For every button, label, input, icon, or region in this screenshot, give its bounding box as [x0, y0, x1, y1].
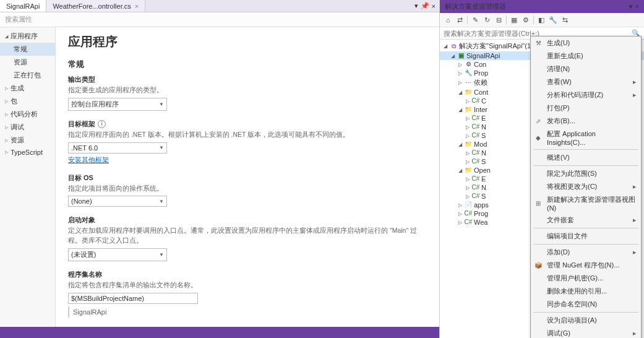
menu-editproj[interactable]: 编辑项目文件	[531, 230, 641, 243]
refresh-icon[interactable]: ↻	[481, 14, 492, 25]
tab-file[interactable]: WeatherFore...ontroller.cs×	[46, 0, 145, 12]
menu-startup[interactable]: 设为启动项目(A)	[531, 314, 641, 327]
page-title: 应用程序	[68, 33, 427, 50]
menu-pack[interactable]: 打包(P)	[531, 102, 641, 115]
tab-controls[interactable]: ▾📌×	[411, 0, 439, 12]
select-output-type[interactable]: 控制台应用程序▼	[68, 98, 167, 111]
label-startup-object: 启动对象	[68, 215, 95, 225]
sidebar-item-package[interactable]: 包	[0, 95, 55, 108]
close-icon[interactable]: ×	[135, 2, 139, 10]
readonly-assembly-name: SignalRApi	[68, 306, 427, 318]
menu-appinsights[interactable]: ◆配置 Application Insights(C)...	[531, 128, 641, 148]
sidebar-item-code-analysis[interactable]: 代码分析	[0, 108, 55, 121]
menu-nest[interactable]: 文件嵌套	[531, 214, 641, 227]
sidebar-item-build[interactable]: 生成	[0, 82, 55, 95]
label-assembly-name: 程序集名称	[68, 270, 102, 279]
menu-debug[interactable]: 调试(G)	[531, 327, 641, 338]
sync-icon[interactable]: ⇆	[559, 14, 570, 25]
menu-rebuild[interactable]: 重新生成(E)	[531, 50, 641, 63]
chevron-down-icon: ▼	[159, 252, 164, 258]
collapse-icon[interactable]: ⊟	[493, 14, 504, 25]
tab-well: SignalRApi WeatherFore...ontroller.cs× ▾…	[0, 0, 439, 12]
menu-nuget[interactable]: 📦管理 NuGet 程序包(N)...	[531, 259, 641, 272]
select-startup-object[interactable]: (未设置)▼	[68, 248, 167, 261]
menu-scope[interactable]: 限定为此范围(S)	[531, 167, 641, 180]
explorer-toolbar: ⌂ ⇄ ✎ ↻ ⊟ ▦ ⚙ ◧ 🔧 ⇆	[440, 13, 644, 27]
chevron-down-icon: ▼	[159, 199, 164, 204]
sidebar-item-resource[interactable]: 资源	[0, 134, 55, 147]
show-all-icon[interactable]: ▦	[509, 14, 520, 25]
wrench-icon[interactable]: 🔧	[547, 14, 559, 25]
properties-icon[interactable]: ⚙	[520, 14, 531, 25]
select-target-framework[interactable]: .NET 6.0▼	[68, 142, 167, 154]
property-content: 应用程序 常规 输出类型 指定要生成的应用程序的类型。 控制台应用程序▼ 目标框…	[56, 27, 439, 338]
menu-secrets[interactable]: 管理用户机密(G)...	[531, 272, 641, 285]
input-assembly-name[interactable]: $(MSBuildProjectName)	[68, 293, 198, 304]
install-framework-link[interactable]: 安装其他框架	[68, 156, 109, 165]
chevron-down-icon: ▼	[159, 145, 164, 150]
status-bar	[0, 327, 439, 338]
menu-changeview[interactable]: 将视图更改为(C)	[531, 180, 641, 193]
category-sidebar: 应用程序 常规 资源 正在打包 生成 包 代码分析 调试 资源 TypeScri…	[0, 27, 56, 338]
properties-pane: SignalRApi WeatherFore...ontroller.cs× ▾…	[0, 0, 440, 338]
solution-explorer: 解决方案资源管理器 ▾× ⌂ ⇄ ✎ ↻ ⊟ ▦ ⚙ ◧ 🔧 ⇆ 🔍 ◢⧉解决方…	[440, 0, 644, 338]
home-icon[interactable]: ⌂	[442, 14, 453, 25]
sidebar-item-general[interactable]: 常规	[0, 43, 55, 56]
sidebar-item-typescript[interactable]: TypeScript	[0, 147, 55, 158]
menu-newview[interactable]: ⊞新建解决方案资源管理器视图(N)	[531, 193, 641, 214]
context-menu: ⚒生成(U) 重新生成(E) 清理(N) 查看(W) 分析和代码清理(Z) 打包…	[530, 36, 642, 338]
menu-overview[interactable]: 概述(V)	[531, 151, 641, 164]
panel-title: 解决方案资源管理器 ▾×	[440, 0, 644, 13]
section-general: 常规	[68, 59, 427, 70]
menu-sync[interactable]: 同步命名空间(N)	[531, 298, 641, 311]
select-target-os[interactable]: (None)▼	[68, 196, 167, 207]
menu-removeunused[interactable]: 删除未使用的引用...	[531, 285, 641, 298]
sidebar-item-resources[interactable]: 资源	[0, 56, 55, 69]
label-target-framework: 目标框架	[68, 119, 95, 129]
menu-view[interactable]: 查看(W)	[531, 76, 641, 89]
save-icon[interactable]: ✎	[470, 14, 481, 25]
label-target-os: 目标 OS	[68, 173, 93, 183]
switch-view-icon[interactable]: ⇄	[454, 14, 465, 25]
search-properties[interactable]: 搜索属性	[0, 12, 439, 27]
preview-icon[interactable]: ◧	[536, 14, 547, 25]
menu-publish[interactable]: ⬀发布(B)...	[531, 115, 641, 128]
menu-clean[interactable]: 清理(N)	[531, 63, 641, 76]
chevron-down-icon: ▼	[159, 102, 164, 107]
dropdown-icon[interactable]: ▾	[629, 2, 633, 11]
sidebar-item-app[interactable]: 应用程序	[0, 30, 55, 43]
menu-build[interactable]: ⚒生成(U)	[531, 37, 641, 50]
info-icon[interactable]: i	[98, 120, 106, 128]
menu-add[interactable]: 添加(D)	[531, 246, 641, 259]
sidebar-item-packaging[interactable]: 正在打包	[0, 69, 55, 82]
close-icon[interactable]: ×	[635, 2, 639, 11]
tab-project[interactable]: SignalRApi	[0, 0, 46, 12]
menu-analyze[interactable]: 分析和代码清理(Z)	[531, 89, 641, 102]
label-output-type: 输出类型	[68, 75, 95, 84]
sidebar-item-debug[interactable]: 调试	[0, 121, 55, 134]
